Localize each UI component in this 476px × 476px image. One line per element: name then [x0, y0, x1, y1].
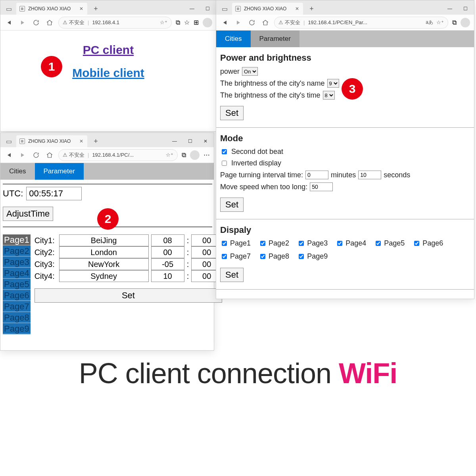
display-page-item[interactable]: Page8	[259, 252, 289, 261]
city-tz-input[interactable]	[151, 258, 184, 270]
translate-icon[interactable]: aあ	[426, 19, 433, 26]
display-page-checkbox[interactable]	[260, 254, 265, 259]
close-tab-icon[interactable]: ✕	[290, 6, 299, 12]
close-window-icon[interactable]: ✕	[203, 138, 207, 144]
interval-min-input[interactable]	[305, 171, 328, 179]
back-icon[interactable]	[220, 18, 230, 27]
maximize-icon[interactable]: ☐	[205, 6, 210, 12]
new-tab-button[interactable]: +	[90, 137, 102, 146]
display-page-checkbox[interactable]	[337, 241, 342, 246]
brightness-time-select[interactable]: 8	[323, 91, 335, 100]
profile-icon[interactable]	[203, 18, 212, 27]
tabs-overview-icon[interactable]: ▭	[219, 4, 230, 14]
browser-tab[interactable]: 🗎 ZHONG XIAO XIAO ✕	[16, 135, 87, 147]
more-icon[interactable]: ⋯	[203, 151, 210, 159]
set-power-button[interactable]: Set	[220, 106, 244, 120]
display-page-checkbox[interactable]	[299, 254, 304, 259]
profile-icon[interactable]	[190, 150, 200, 160]
city-tz-input[interactable]	[151, 270, 184, 282]
display-page-checkbox[interactable]	[376, 241, 381, 246]
home-icon[interactable]	[45, 150, 54, 160]
display-page-item[interactable]: Page7	[220, 252, 251, 261]
page-nav-item[interactable]: Page1	[3, 234, 31, 246]
page-nav-item[interactable]: Page2	[3, 246, 31, 257]
minimize-icon[interactable]: —	[172, 138, 177, 144]
mobile-client-link[interactable]: Mobile client	[0, 66, 216, 80]
new-tab-button[interactable]: +	[305, 5, 318, 13]
maximize-icon[interactable]: ☐	[188, 138, 192, 144]
back-icon[interactable]	[4, 18, 14, 27]
city-name-input[interactable]	[59, 270, 149, 282]
reader-icon[interactable]: ☆⁺	[166, 152, 173, 158]
close-tab-icon[interactable]: ✕	[74, 138, 83, 144]
collections-icon[interactable]: ⊞	[194, 19, 199, 26]
favorites-icon[interactable]: ☆	[184, 19, 190, 26]
display-page-checkbox[interactable]	[414, 241, 419, 246]
inverted-checkbox[interactable]	[222, 161, 227, 166]
set-cities-button[interactable]: Set	[35, 288, 223, 303]
tab-cities[interactable]: Cities	[216, 31, 251, 47]
city-row: City1::	[35, 234, 223, 246]
display-page-item[interactable]: Page4	[336, 239, 366, 248]
home-icon[interactable]	[45, 18, 54, 27]
set-mode-button[interactable]: Set	[220, 198, 244, 212]
home-icon[interactable]	[261, 18, 270, 27]
new-tab-button[interactable]: +	[90, 5, 102, 13]
move-speed-input[interactable]	[310, 182, 333, 191]
display-page-item[interactable]: Page3	[297, 239, 328, 248]
city-tz-input[interactable]	[151, 234, 184, 246]
url-field[interactable]: ⚠ 不安全 | 192.168.4.1/PC/... ☆⁺	[58, 149, 178, 161]
utc-input[interactable]	[26, 187, 82, 200]
pc-client-link[interactable]: PC client	[0, 43, 216, 57]
city-name-input[interactable]	[59, 246, 149, 258]
browser-tab[interactable]: 🗎 ZHONG XIAO XIAO ✕	[232, 3, 303, 15]
page-nav-item[interactable]: Page5	[3, 279, 31, 290]
url-field[interactable]: ⚠ 不安全 | 192.168.4.1/PC/EN_Par... aあ ☆⁺	[274, 17, 448, 29]
page-nav-item[interactable]: Page9	[3, 323, 31, 334]
interval-sec-input[interactable]	[358, 171, 381, 179]
page-nav-item[interactable]: Page4	[3, 268, 31, 279]
refresh-icon[interactable]	[247, 18, 257, 27]
tab-parameter[interactable]: Parameter	[251, 31, 299, 47]
back-icon[interactable]	[4, 150, 14, 160]
city-tz-input[interactable]	[151, 246, 184, 258]
browser-tab[interactable]: 🗎 ZHONG XIAO XIAO ✕	[16, 3, 87, 15]
display-page-item[interactable]: Page1	[220, 239, 251, 248]
set-display-button[interactable]: Set	[220, 268, 244, 282]
close-tab-icon[interactable]: ✕	[74, 6, 83, 12]
adjust-time-button[interactable]: AdjustTime	[3, 207, 53, 221]
display-page-checkbox[interactable]	[222, 241, 227, 246]
reader-icon[interactable]: ☆⁺	[436, 19, 444, 25]
tab-cities[interactable]: Cities	[0, 163, 35, 180]
page-nav-item[interactable]: Page3	[3, 257, 31, 268]
power-select[interactable]: On	[242, 67, 258, 76]
reader-icon[interactable]: ☆⁺	[160, 19, 167, 25]
display-page-item[interactable]: Page2	[259, 239, 289, 248]
display-page-checkbox[interactable]	[222, 254, 227, 259]
display-page-checkbox[interactable]	[260, 241, 265, 246]
url-field[interactable]: ⚠ 不安全 | 192.168.4.1 ☆⁺	[58, 17, 172, 29]
display-page-item[interactable]: Page6	[413, 239, 443, 248]
city-name-input[interactable]	[59, 234, 149, 246]
second-dot-checkbox[interactable]	[222, 149, 227, 154]
brightness-name-select[interactable]: 9	[327, 79, 339, 88]
page-nav-item[interactable]: Page7	[3, 301, 31, 312]
minimize-icon[interactable]: —	[190, 6, 194, 12]
extension-icon[interactable]: ⧉	[452, 19, 457, 26]
minimize-icon[interactable]: —	[447, 6, 452, 12]
tab-parameter[interactable]: Parameter	[35, 163, 84, 180]
display-page-item[interactable]: Page9	[297, 252, 328, 261]
maximize-icon[interactable]: ☐	[463, 6, 468, 12]
page-nav-item[interactable]: Page6	[3, 290, 31, 301]
extension-icon[interactable]: ⧉	[182, 152, 186, 159]
extension-icon[interactable]: ⧉	[176, 19, 180, 26]
refresh-icon[interactable]	[31, 18, 41, 27]
tabs-overview-icon[interactable]: ▭	[4, 136, 14, 146]
display-page-item[interactable]: Page5	[374, 239, 405, 248]
page-nav-item[interactable]: Page8	[3, 312, 31, 323]
tabs-overview-icon[interactable]: ▭	[4, 4, 14, 14]
profile-icon[interactable]	[461, 18, 470, 27]
display-page-checkbox[interactable]	[299, 241, 304, 246]
city-name-input[interactable]	[59, 258, 149, 270]
refresh-icon[interactable]	[31, 150, 41, 160]
